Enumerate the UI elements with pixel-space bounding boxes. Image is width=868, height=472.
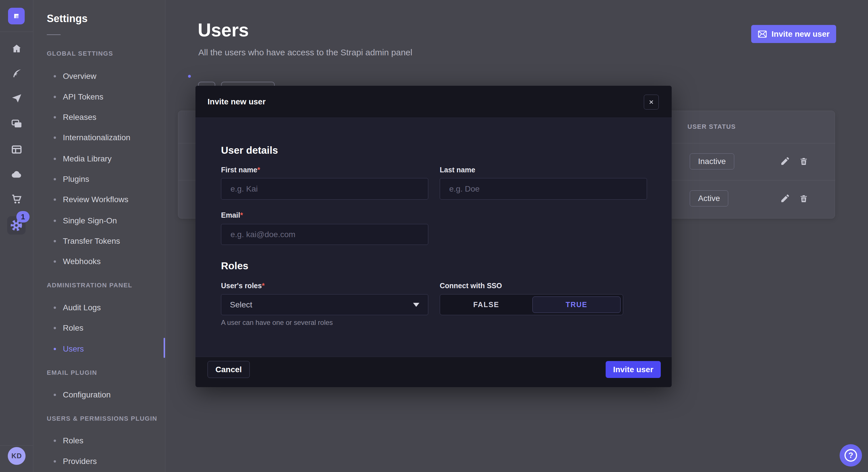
sso-true-option[interactable]: TRUE	[532, 297, 621, 313]
bullet-icon	[54, 136, 56, 139]
sidebar-item-audit-logs[interactable]: Audit Logs	[54, 301, 101, 314]
users-roles-label: User's roles*	[221, 281, 265, 290]
bullet-icon	[54, 348, 56, 350]
strapi-logo-icon[interactable]	[8, 8, 25, 24]
help-button[interactable]: ?	[840, 444, 862, 467]
cloud-icon[interactable]	[0, 168, 33, 181]
bullet-icon	[54, 158, 56, 160]
sidebar-item-internationalization[interactable]: Internationalization	[54, 131, 130, 144]
delete-trash-icon[interactable]	[797, 155, 810, 168]
sidebar-item-api-tokens[interactable]: API Tokens	[54, 91, 103, 103]
status-badge: Active	[690, 191, 728, 206]
page-subtitle: All the users who have access to the Str…	[198, 47, 412, 57]
sidebar-item-releases[interactable]: Releases	[54, 111, 96, 124]
sidebar-title-divider	[47, 34, 61, 35]
bullet-icon	[54, 116, 56, 119]
bullet-icon	[54, 327, 56, 329]
sidebar-item-webhooks[interactable]: Webhooks	[54, 255, 101, 268]
envelope-icon	[758, 30, 767, 38]
sidebar-item-overview[interactable]: Overview	[54, 70, 96, 82]
home-icon[interactable]	[0, 42, 33, 55]
sidebar-item-up-roles[interactable]: Roles	[54, 434, 84, 447]
bullet-icon	[54, 178, 56, 180]
status-badge: Inactive	[690, 154, 734, 169]
settings-sidebar: Settings GLOBAL SETTINGS Overview API To…	[34, 0, 165, 472]
icon-rail: 1 KD	[0, 0, 33, 472]
user-status-column-header: USER STATUS	[687, 123, 736, 131]
close-button[interactable]	[644, 95, 659, 109]
content-feather-icon[interactable]	[0, 67, 33, 80]
send-plane-icon[interactable]	[0, 92, 33, 105]
first-name-input[interactable]	[221, 178, 428, 200]
rail-divider	[0, 32, 33, 32]
invite-user-button[interactable]: Invite user	[606, 361, 661, 378]
email-label: Email*	[221, 211, 243, 220]
marketplace-cart-icon[interactable]	[0, 193, 33, 205]
avatar[interactable]: KD	[8, 447, 26, 465]
sidebar-item-media-library[interactable]: Media Library	[54, 153, 112, 165]
close-icon	[648, 99, 655, 105]
bullet-icon	[54, 75, 56, 77]
sidebar-item-configuration[interactable]: Configuration	[54, 389, 111, 401]
required-asterisk: *	[262, 281, 265, 290]
section-users-permissions-plugin: USERS & PERMISSIONS PLUGIN	[47, 412, 157, 425]
page-title: Users	[198, 20, 249, 41]
required-asterisk: *	[240, 211, 243, 219]
media-images-icon[interactable]	[0, 117, 33, 130]
invite-new-user-label: Invite new user	[772, 30, 830, 39]
sidebar-item-transfer-tokens[interactable]: Transfer Tokens	[54, 235, 120, 247]
sso-toggle: FALSE TRUE	[440, 294, 623, 315]
first-name-label: First name*	[221, 166, 260, 174]
section-administration-panel: ADMINISTRATION PANEL	[47, 279, 132, 292]
last-name-label: Last name	[440, 166, 475, 174]
layout-card-icon[interactable]	[0, 143, 33, 156]
roles-heading: Roles	[221, 260, 248, 272]
sidebar-item-review-workflows[interactable]: Review Workflows	[54, 193, 128, 206]
last-name-input[interactable]	[440, 178, 647, 200]
invite-new-user-button[interactable]: Invite new user	[751, 25, 836, 43]
bullet-icon	[54, 260, 56, 263]
bullet-icon	[54, 96, 56, 98]
edit-pencil-icon[interactable]	[778, 193, 791, 205]
modal-header: Invite new user	[195, 86, 672, 118]
sidebar-item-providers[interactable]: Providers	[54, 455, 97, 468]
section-global-settings: GLOBAL SETTINGS	[47, 47, 113, 60]
sidebar-item-roles[interactable]: Roles	[54, 322, 84, 334]
bullet-icon	[54, 307, 56, 309]
roles-select-value: Select	[230, 300, 413, 309]
sidebar-item-plugins[interactable]: Plugins	[54, 173, 89, 186]
user-details-heading: User details	[221, 144, 278, 156]
question-mark-icon: ?	[844, 449, 857, 462]
modal-title: Invite new user	[208, 86, 266, 118]
overview-notification-dot	[188, 75, 191, 78]
delete-trash-icon[interactable]	[797, 193, 810, 205]
bullet-icon	[54, 198, 56, 201]
bullet-icon	[54, 220, 56, 222]
edit-pencil-icon[interactable]	[778, 155, 791, 168]
section-email-plugin: EMAIL PLUGIN	[47, 367, 97, 379]
sidebar-item-users-active[interactable]: Users	[54, 343, 84, 355]
sidebar-title: Settings	[47, 12, 88, 25]
roles-hint: A user can have one or several roles	[221, 318, 333, 327]
sidebar-scrollbar-thumb[interactable]	[164, 338, 165, 358]
rail-divider-bottom	[0, 445, 33, 446]
bullet-icon	[54, 240, 56, 242]
invite-new-user-modal: Invite new user User details First name*…	[195, 86, 672, 387]
sidebar-item-single-sign-on[interactable]: Single Sign-On	[54, 214, 117, 227]
settings-notification-badge: 1	[17, 211, 30, 223]
modal-footer: Cancel Invite user	[195, 357, 672, 387]
roles-select[interactable]: Select	[221, 294, 428, 315]
sso-false-option[interactable]: FALSE	[440, 295, 532, 315]
cancel-button[interactable]: Cancel	[208, 361, 250, 378]
email-input[interactable]	[221, 224, 428, 245]
bullet-icon	[54, 440, 56, 442]
connect-sso-label: Connect with SSO	[440, 281, 502, 290]
chevron-down-icon	[413, 303, 420, 307]
required-asterisk: *	[257, 166, 260, 174]
bullet-icon	[54, 394, 56, 396]
bullet-icon	[54, 460, 56, 463]
